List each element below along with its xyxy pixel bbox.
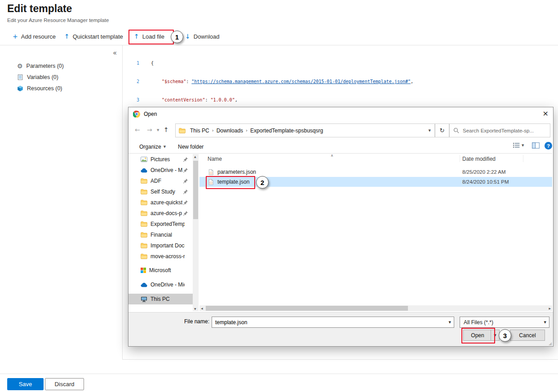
views-button[interactable]: ▼ bbox=[513, 142, 524, 149]
recent-locations-chevron-icon[interactable]: ▼ bbox=[157, 128, 159, 132]
add-resource-button[interactable]: + Add resource bbox=[13, 31, 56, 42]
code-token: "$schema" bbox=[151, 79, 186, 84]
code-text: "contentVersion": "1.0.0.0", bbox=[151, 97, 238, 102]
scroll-up-icon[interactable]: ▲ bbox=[194, 155, 196, 158]
file-list-horizontal-scrollbar[interactable]: ◀ ▶ bbox=[199, 305, 552, 311]
tree-item-financial[interactable]: Financial bbox=[128, 229, 193, 240]
column-divider[interactable] bbox=[523, 155, 523, 162]
tree-item-onedrive-microsoft[interactable]: OneDrive - Micros bbox=[128, 279, 193, 290]
open-button[interactable]: Open bbox=[463, 330, 492, 341]
forward-icon[interactable]: → bbox=[147, 126, 152, 133]
file-row-template-json[interactable]: template.json 8/24/2020 10:51 PM bbox=[199, 177, 552, 187]
preview-pane-icon[interactable] bbox=[532, 142, 540, 149]
address-dropdown-chevron-icon[interactable]: ▼ bbox=[429, 129, 431, 132]
views-chevron-icon: ▼ bbox=[522, 144, 524, 147]
column-header-date-modified[interactable]: Date modified bbox=[462, 156, 496, 162]
address-bar[interactable]: This PC › Downloads › ExportedTemplate-s… bbox=[175, 123, 435, 137]
chrome-icon bbox=[133, 110, 140, 118]
tree-scrollbar[interactable]: ▲ ▼ bbox=[193, 154, 199, 311]
breadcrumb-this-pc[interactable]: This PC bbox=[187, 128, 212, 134]
views-icon bbox=[513, 142, 520, 149]
tree-item-this-pc[interactable]: This PC bbox=[128, 294, 193, 304]
step1-badge: 1 bbox=[171, 31, 183, 43]
code-token: : bbox=[186, 79, 191, 84]
tree-item-label: azure-docs-p bbox=[151, 210, 182, 216]
folder-icon bbox=[141, 221, 147, 227]
scrollbar-thumb[interactable] bbox=[193, 161, 198, 219]
up-icon[interactable]: ↑ bbox=[164, 126, 169, 133]
discard-button[interactable]: Discard bbox=[45, 378, 84, 390]
tree-item-exportedtemplate[interactable]: ExportedTempla bbox=[128, 219, 193, 229]
tree-item-pictures[interactable]: Pictures bbox=[128, 154, 193, 165]
save-button[interactable]: Save bbox=[7, 378, 44, 390]
file-row-parameters-json[interactable]: parameters.json 8/25/2020 2:22 AM bbox=[199, 167, 552, 177]
download-label: Download bbox=[194, 33, 220, 40]
discard-button-label: Discard bbox=[54, 381, 74, 388]
variables-icon bbox=[17, 74, 23, 80]
help-icon[interactable]: ? bbox=[545, 142, 552, 150]
tree-item-important-documents[interactable]: Important Docu bbox=[128, 240, 193, 251]
cancel-button-label: Cancel bbox=[519, 332, 536, 339]
tree-item-adf[interactable]: ADF bbox=[128, 176, 193, 186]
cancel-button[interactable]: Cancel bbox=[510, 330, 545, 341]
tree-item-azure-docs[interactable]: azure-docs-p bbox=[128, 208, 193, 219]
code-line: 3 "contentVersion": "1.0.0.0", bbox=[129, 96, 413, 104]
file-name-input[interactable] bbox=[212, 319, 446, 326]
quickstart-template-button[interactable]: ↑ Quickstart template bbox=[64, 31, 123, 42]
organize-menu[interactable]: Organize ▼ bbox=[139, 142, 166, 151]
resize-grip[interactable]: ◢ bbox=[549, 341, 552, 346]
pin-icon bbox=[183, 157, 188, 162]
scroll-left-icon[interactable]: ◀ bbox=[201, 307, 203, 310]
code-text: "$schema": "https://schema.management.az… bbox=[151, 79, 413, 84]
code-token: "contentVersion" bbox=[151, 97, 205, 102]
sidebar-item-label: Variables (0) bbox=[27, 74, 58, 80]
step2-badge: 2 bbox=[256, 176, 269, 189]
tree-item-move-across-region[interactable]: move-across-reg bbox=[128, 251, 193, 262]
scroll-right-icon[interactable]: ▶ bbox=[549, 307, 551, 310]
new-folder-button[interactable]: New folder bbox=[178, 142, 204, 151]
file-name-chevron-icon[interactable]: ▼ bbox=[446, 321, 454, 324]
download-button[interactable]: ↓ Download bbox=[185, 31, 220, 42]
file-name-label: File name: bbox=[182, 318, 209, 325]
cube-icon bbox=[17, 85, 23, 92]
sidebar-item-resources[interactable]: Resources (0) bbox=[17, 84, 62, 93]
json-file-icon bbox=[208, 169, 214, 176]
edit-template-page: {} bbox=[0, 0, 558, 392]
open-file-dialog: Open × ← → ▼ ↑ This PC › Downloads › Exp… bbox=[128, 107, 554, 347]
tree-item-onedrive-m[interactable]: OneDrive - M bbox=[128, 165, 193, 176]
microsoft-icon bbox=[141, 268, 146, 273]
sidebar-item-parameters[interactable]: ⚙ Parameters (0) bbox=[17, 61, 64, 71]
file-name-combobox[interactable]: ▼ bbox=[212, 317, 454, 328]
code-line: 1 { bbox=[129, 59, 413, 67]
file-type-combobox[interactable]: All Files (*.*) ▼ bbox=[460, 317, 549, 328]
tree-item-label: Important Docu bbox=[151, 242, 185, 249]
refresh-button[interactable]: ↻ bbox=[435, 123, 449, 137]
json-file-icon bbox=[208, 179, 214, 185]
back-icon[interactable]: ← bbox=[135, 126, 140, 133]
tree-item-microsoft[interactable]: Microsoft bbox=[128, 265, 193, 276]
open-split-chevron-button[interactable]: ▼ bbox=[491, 330, 500, 341]
tree-item-azure-quickstart[interactable]: azure-quickst bbox=[128, 197, 193, 208]
load-file-button[interactable]: ↑ Load file bbox=[134, 31, 164, 42]
step3-badge: 3 bbox=[499, 329, 511, 342]
folder-icon bbox=[141, 200, 147, 205]
breadcrumb-downloads[interactable]: Downloads bbox=[214, 128, 246, 134]
line-number: 1 bbox=[129, 61, 139, 66]
column-header-name[interactable]: Name bbox=[208, 156, 222, 162]
scrollbar-thumb[interactable] bbox=[206, 306, 408, 311]
search-box[interactable] bbox=[449, 123, 550, 137]
tree-item-self-study[interactable]: Self Study bbox=[128, 186, 193, 197]
scroll-down-icon[interactable]: ▼ bbox=[194, 307, 196, 310]
breadcrumb-current-folder[interactable]: ExportedTemplate-spsbusqsrg bbox=[248, 128, 326, 134]
folder-icon bbox=[141, 232, 147, 238]
column-divider[interactable] bbox=[460, 155, 460, 162]
tree-item-label: OneDrive - Micros bbox=[151, 282, 185, 288]
collapse-panel-button[interactable]: « bbox=[113, 49, 117, 57]
close-icon[interactable]: × bbox=[543, 109, 549, 118]
code-token-link[interactable]: "https://schema.management.azure.com/sch… bbox=[191, 79, 411, 84]
load-file-label: Load file bbox=[142, 33, 164, 40]
sidebar-item-variables[interactable]: Variables (0) bbox=[17, 72, 58, 82]
tree-item-label: Microsoft bbox=[149, 267, 171, 273]
folder-icon bbox=[141, 178, 147, 184]
search-input[interactable] bbox=[462, 128, 543, 134]
